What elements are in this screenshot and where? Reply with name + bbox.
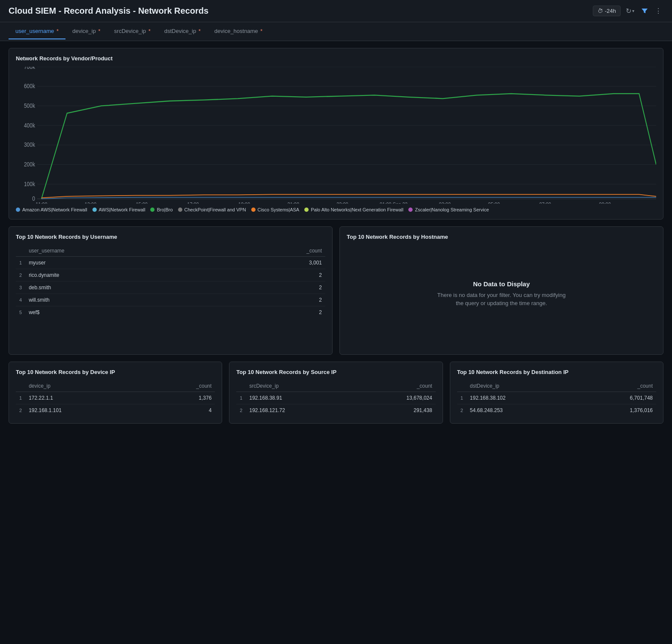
tab-user-username[interactable]: user_username *	[9, 24, 65, 39]
col-rank-dst	[457, 380, 467, 392]
top10-dest-ip-table: dstDevice_ip _count 1 192.168.38.102 6,7…	[457, 380, 656, 416]
row-count: 291,438	[354, 404, 436, 417]
row-name: 192.168.1.101	[25, 404, 147, 417]
row-rank: 2	[16, 269, 25, 282]
table-row: 3 deb.smith 2	[16, 282, 325, 294]
more-button[interactable]: ⋮	[653, 5, 663, 17]
chart-svg: 700k 600k 500k 400k 300k 200k 100k 0 11:…	[16, 67, 656, 204]
table-row: 2 192.168.1.101 4	[16, 404, 215, 417]
table-row: 5 wef$ 2	[16, 306, 325, 319]
row-name: deb.smith	[25, 282, 222, 294]
tab-dst-device-ip[interactable]: dstDevice_ip *	[158, 24, 208, 39]
row-name: 192.168.38.102	[467, 392, 578, 404]
row-count: 1,376,016	[578, 404, 656, 417]
table-row: 2 54.68.248.253 1,376,016	[457, 404, 656, 417]
svg-text:07:00: 07:00	[539, 201, 551, 204]
legend-item-0: Amazon AWS|Network Firewall	[16, 207, 87, 212]
col-count: _count	[222, 245, 325, 257]
col-src-ip: srcDevice_ip	[246, 380, 353, 392]
table-row: 2 rico.dynamite 2	[16, 269, 325, 282]
row-count: 1,376	[147, 392, 215, 404]
mid-row: Top 10 Network Records by Username user_…	[9, 226, 663, 355]
row-count: 2	[222, 269, 325, 282]
top10-username-table: user_username _count 1 myuser 3,001 2 ri…	[16, 245, 325, 318]
svg-text:100k: 100k	[24, 181, 35, 187]
row-count: 2	[222, 282, 325, 294]
row-rank: 2	[457, 404, 467, 417]
table-row: 1 172.22.1.1 1,376	[16, 392, 215, 404]
svg-text:05:00: 05:00	[488, 201, 500, 204]
svg-text:200k: 200k	[24, 161, 35, 168]
page-title: Cloud SIEM - Record Analysis - Network R…	[9, 6, 208, 16]
top10-device-ip-panel: Top 10 Network Records by Device IP devi…	[9, 362, 222, 424]
row-rank: 5	[16, 306, 25, 319]
row-rank: 2	[236, 404, 246, 417]
legend-dot-6	[408, 208, 413, 212]
top10-username-title: Top 10 Network Records by Username	[16, 234, 325, 240]
tab-src-device-ip[interactable]: srcDevice_ip *	[107, 24, 158, 39]
row-name: 172.22.1.1	[25, 392, 147, 404]
top10-dest-ip-title: Top 10 Network Records by Destination IP	[457, 369, 656, 375]
row-rank: 1	[457, 392, 467, 404]
top10-device-ip-title: Top 10 Network Records by Device IP	[16, 369, 215, 375]
top10-device-ip-table: device_ip _count 1 172.22.1.1 1,376 2 19…	[16, 380, 215, 416]
tab-device-hostname[interactable]: device_hostname *	[208, 24, 270, 39]
table-row: 4 will.smith 2	[16, 294, 325, 306]
svg-text:03:00: 03:00	[439, 201, 451, 204]
legend-label-3: CheckPoint|Firewall and VPN	[184, 207, 246, 212]
top10-source-ip-title: Top 10 Network Records by Source IP	[236, 369, 435, 375]
row-rank: 3	[16, 282, 25, 294]
tab-device-ip[interactable]: device_ip *	[65, 24, 107, 39]
row-rank: 1	[16, 257, 25, 269]
table-row: 2 192.168.121.72 291,438	[236, 404, 435, 417]
svg-text:400k: 400k	[24, 122, 35, 129]
row-count: 3,001	[222, 257, 325, 269]
chart-title: Network Records by Vendor/Product	[16, 55, 656, 62]
refresh-button[interactable]: ↻ ▾	[624, 5, 636, 17]
row-count: 13,678,024	[354, 392, 436, 404]
main-content: Network Records by Vendor/Product 700k 6…	[0, 41, 672, 430]
table-row: 1 myuser 3,001	[16, 257, 325, 269]
chart-area: 700k 600k 500k 400k 300k 200k 100k 0 11:…	[16, 67, 656, 204]
svg-text:21:00: 21:00	[288, 201, 300, 204]
legend-item-6: Zscaler|Nanolog Streaming Service	[408, 207, 489, 212]
legend-label-1: AWS|Network Firewall	[99, 207, 146, 212]
filter-button[interactable]	[639, 6, 650, 16]
time-range-selector[interactable]: ⏱ -24h	[593, 6, 621, 16]
field-tabs: user_username * device_ip * srcDevice_ip…	[0, 22, 672, 41]
row-rank: 1	[236, 392, 246, 404]
legend-item-1: AWS|Network Firewall	[92, 207, 146, 212]
svg-text:17:00: 17:00	[187, 201, 199, 204]
row-name: 192.168.38.91	[246, 392, 353, 404]
row-name: myuser	[25, 257, 222, 269]
legend-item-2: Bro|Bro	[150, 207, 172, 212]
svg-text:23:00: 23:00	[336, 201, 348, 204]
row-count: 4	[147, 404, 215, 417]
filter-icon	[641, 8, 648, 15]
col-count-dst: _count	[578, 380, 656, 392]
row-name: will.smith	[25, 294, 222, 306]
top10-source-ip-panel: Top 10 Network Records by Source IP srcD…	[229, 362, 443, 424]
legend-label-2: Bro|Bro	[157, 207, 172, 212]
col-rank	[16, 245, 25, 257]
time-range-label: -24h	[605, 8, 616, 14]
row-rank: 4	[16, 294, 25, 306]
no-data-title: No Data to Display	[473, 280, 530, 288]
col-dst-ip: dstDevice_ip	[467, 380, 578, 392]
top10-hostname-panel: Top 10 Network Records by Hostname No Da…	[339, 226, 663, 355]
col-rank-device	[16, 380, 25, 392]
legend-dot-0	[16, 208, 20, 212]
svg-text:600k: 600k	[24, 83, 35, 89]
row-count: 2	[222, 294, 325, 306]
svg-text:13:00: 13:00	[85, 201, 97, 204]
legend-dot-2	[150, 208, 155, 212]
row-name: rico.dynamite	[25, 269, 222, 282]
svg-text:700k: 700k	[24, 67, 35, 70]
row-name: wef$	[25, 306, 222, 319]
row-name: 54.68.248.253	[467, 404, 578, 417]
table-row: 1 192.168.38.91 13,678,024	[236, 392, 435, 404]
svg-text:0: 0	[32, 195, 35, 202]
no-data-desc: There is no data for your filter. You ca…	[433, 291, 570, 308]
row-count: 2	[222, 306, 325, 319]
legend-dot-4	[251, 208, 256, 212]
